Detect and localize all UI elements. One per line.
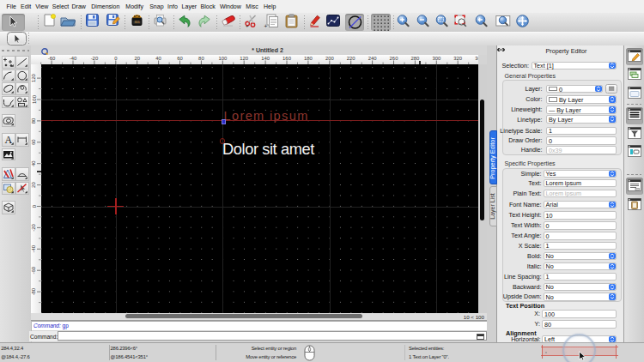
svg-text:140: 140 — [261, 56, 270, 61]
svg-text:200: 200 — [325, 56, 335, 61]
svg-text:340: 340 — [475, 56, 478, 61]
svg-text:240: 240 — [368, 56, 378, 61]
svg-text:80: 80 — [198, 56, 204, 61]
svg-text:180: 180 — [304, 56, 313, 61]
svg-text:160: 160 — [283, 56, 292, 61]
svg-text:300: 300 — [432, 56, 441, 61]
svg-text:120: 120 — [240, 56, 249, 61]
svg-text:220: 220 — [347, 56, 356, 61]
svg-text:-60: -60 — [48, 56, 56, 61]
svg-text:20: 20 — [134, 56, 140, 61]
svg-text:-20: -20 — [91, 56, 99, 61]
svg-text:60: 60 — [177, 56, 183, 61]
svg-text:A: A — [5, 134, 13, 146]
svg-text:0: 0 — [114, 56, 118, 61]
svg-text:40: 40 — [155, 56, 161, 61]
svg-text:-40: -40 — [70, 56, 77, 61]
svg-text:320: 320 — [453, 56, 463, 61]
svg-text:260: 260 — [390, 56, 399, 61]
svg-text:100: 100 — [218, 56, 228, 61]
